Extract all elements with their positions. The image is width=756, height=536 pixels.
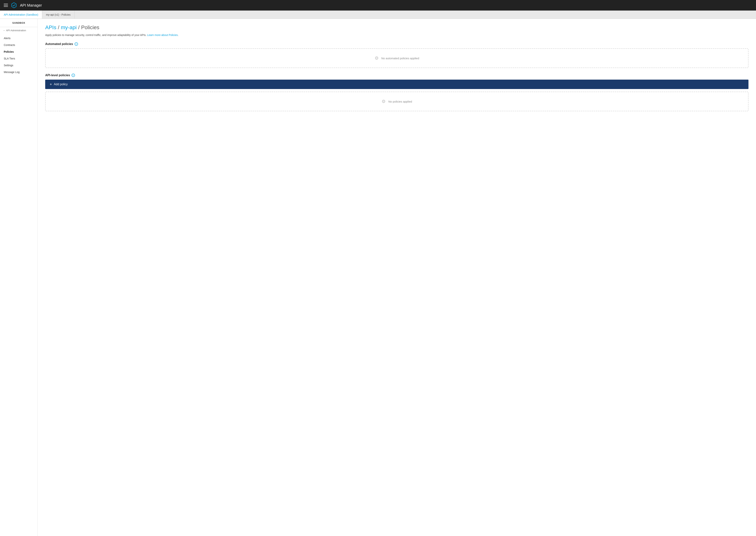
tabbar: API Administration (Sandbox) my-api (v1)… <box>0 11 756 19</box>
add-policy-label: Add policy <box>54 83 68 86</box>
automated-info-icon[interactable]: i <box>75 42 78 46</box>
svg-marker-0 <box>12 3 16 8</box>
topbar: API Manager <box>0 0 756 11</box>
add-policy-button[interactable]: + Add policy <box>45 80 748 89</box>
breadcrumb-myapi[interactable]: my-api <box>61 24 77 30</box>
breadcrumb-policies: Policies <box>81 24 99 30</box>
automated-policies-header: Automated policies i <box>45 42 748 46</box>
sidebar-item-messagelog[interactable]: Message Log <box>0 69 37 76</box>
menu-icon[interactable] <box>4 4 8 7</box>
page-description: Apply policies to manage security, contr… <box>45 33 748 37</box>
api-level-policies-header: API-level policies i <box>45 74 748 77</box>
sidebar-item-alerts[interactable]: Alerts <box>0 35 37 42</box>
breadcrumb-sep1: / <box>58 24 59 30</box>
breadcrumb-apis[interactable]: APIs <box>45 24 56 30</box>
empty-state-icon: ⚙ <box>375 55 379 61</box>
add-icon: + <box>50 82 52 86</box>
sidebar-item-settings[interactable]: Settings <box>0 62 37 69</box>
sidebar-back-button[interactable]: ← API Administration <box>0 27 37 34</box>
app-title: API Manager <box>20 3 42 8</box>
app-logo <box>11 2 17 8</box>
breadcrumb-sep2: / <box>78 24 80 30</box>
learn-more-link[interactable]: Learn more about Policies <box>147 34 178 37</box>
tab-api-admin[interactable]: API Administration (Sandbox) <box>0 11 42 18</box>
main-content: APIs / my-api / Policies Apply policies … <box>38 19 756 536</box>
api-level-info-icon[interactable]: i <box>72 74 75 77</box>
automated-policies-section: Automated policies i ⚙ No automated poli… <box>45 42 748 68</box>
sidebar-nav: Alerts Contracts Policies SLA Tiers Sett… <box>0 34 37 77</box>
sidebar-item-policies[interactable]: Policies <box>0 49 37 55</box>
sidebar-item-contracts[interactable]: Contracts <box>0 42 37 49</box>
sidebar-env-label: SANDBOX <box>0 19 37 27</box>
sidebar-item-sla[interactable]: SLA Tiers <box>0 55 37 62</box>
empty-state-icon-2: ⚙ <box>381 99 386 104</box>
breadcrumb: APIs / my-api / Policies <box>45 24 748 30</box>
api-policies-empty-box: ⚙ No policies applied <box>45 92 748 111</box>
tab-api-policies[interactable]: my-api (v1) - Policies <box>42 11 75 18</box>
api-level-policies-section: API-level policies i + Add policy ⚙ No p… <box>45 74 748 111</box>
automated-policies-empty-box: ⚙ No automated policies applied <box>45 49 748 68</box>
main-layout: SANDBOX ← API Administration Alerts Cont… <box>0 19 756 536</box>
sidebar: SANDBOX ← API Administration Alerts Cont… <box>0 19 38 536</box>
